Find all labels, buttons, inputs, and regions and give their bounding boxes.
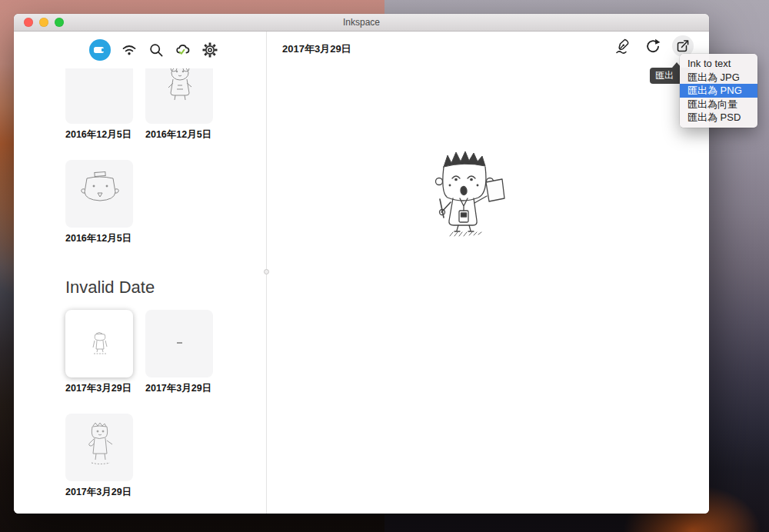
- export-share-icon: [674, 38, 691, 55]
- sync-check-icon: [180, 50, 185, 54]
- sketch-thumbnail[interactable]: [145, 310, 213, 377]
- ink-to-text-button[interactable]: [612, 35, 634, 57]
- titlebar[interactable]: Inkspace: [14, 14, 709, 32]
- sketch-date: 2016年12月5日: [65, 128, 133, 141]
- menu-item-export-jpg[interactable]: 匯出為 JPG: [680, 71, 757, 85]
- minimize-button[interactable]: [39, 18, 48, 27]
- sidebar-toolbar: [14, 32, 266, 68]
- sketch-date: 2016年12月5日: [65, 232, 133, 245]
- canvas-date-heading: 2017年3月29日: [282, 42, 351, 56]
- window-content: 2016年12月5日 2016年12月5日: [14, 32, 709, 514]
- date-row-4: 2017年3月29日: [65, 486, 266, 499]
- rotate-button[interactable]: [642, 35, 664, 57]
- character-doodle: [78, 421, 122, 470]
- section-header-invalid-date: Invalid Date: [65, 276, 266, 299]
- date-row-2: 2016年12月5日: [65, 232, 266, 245]
- date-row-3: 2017年3月29日 2017年3月29日: [65, 382, 266, 395]
- window-title: Inkspace: [343, 17, 380, 28]
- menu-item-ink-to-text[interactable]: Ink to text: [680, 57, 757, 71]
- thumb-row-2: [65, 160, 266, 228]
- sidebar: 2016年12月5日 2016年12月5日: [14, 32, 266, 514]
- dash-doodle: [177, 342, 182, 344]
- sketch-date: 2017年3月29日: [65, 486, 133, 499]
- sketch-thumbnail[interactable]: [65, 414, 133, 481]
- search-icon[interactable]: [148, 42, 165, 58]
- date-row-1: 2016年12月5日 2016年12月5日: [65, 128, 266, 141]
- sketch-thumbnail[interactable]: [145, 68, 213, 124]
- cloud-sync-icon[interactable]: [175, 42, 191, 58]
- sketch-thumbnail[interactable]: [65, 68, 133, 124]
- face-doodle: [76, 169, 124, 212]
- sketch-thumbnail-selected[interactable]: [65, 310, 133, 377]
- settings-gear-icon[interactable]: [201, 42, 218, 58]
- tiny-character-doodle: [90, 332, 110, 355]
- tablet-device-nub: [102, 48, 105, 52]
- menu-item-export-psd[interactable]: 匯出為 PSD: [680, 111, 757, 125]
- wifi-icon[interactable]: [121, 42, 138, 58]
- thumb-row-3: [65, 310, 266, 377]
- menu-item-export-vector[interactable]: 匯出為向量: [680, 98, 757, 111]
- menu-item-export-png[interactable]: 匯出為 PNG: [680, 84, 757, 98]
- thumb-row-4: [65, 414, 266, 481]
- traffic-lights: [24, 18, 64, 27]
- app-window: Inkspace: [14, 14, 709, 514]
- bear-doodle: [162, 68, 198, 102]
- sketch-list[interactable]: 2016年12月5日 2016年12月5日: [14, 68, 266, 514]
- canvas-sketch-character: [422, 147, 514, 238]
- ink-pen-icon: [614, 38, 631, 55]
- sketch-thumbnail[interactable]: [65, 160, 133, 228]
- sketch-date: 2017年3月29日: [145, 382, 213, 395]
- export-menu: Ink to text 匯出為 JPG 匯出為 PNG 匯出為向量 匯出為 PS…: [680, 54, 757, 128]
- device-button[interactable]: [89, 39, 111, 61]
- close-button[interactable]: [24, 18, 33, 27]
- sketch-date: 2016年12月5日: [145, 128, 213, 141]
- zoom-button[interactable]: [55, 18, 64, 27]
- thumb-row-1: [65, 68, 266, 124]
- rotate-icon: [644, 38, 661, 55]
- canvas-pane: 2017年3月29日: [267, 32, 709, 514]
- sketch-date: 2017年3月29日: [65, 382, 133, 395]
